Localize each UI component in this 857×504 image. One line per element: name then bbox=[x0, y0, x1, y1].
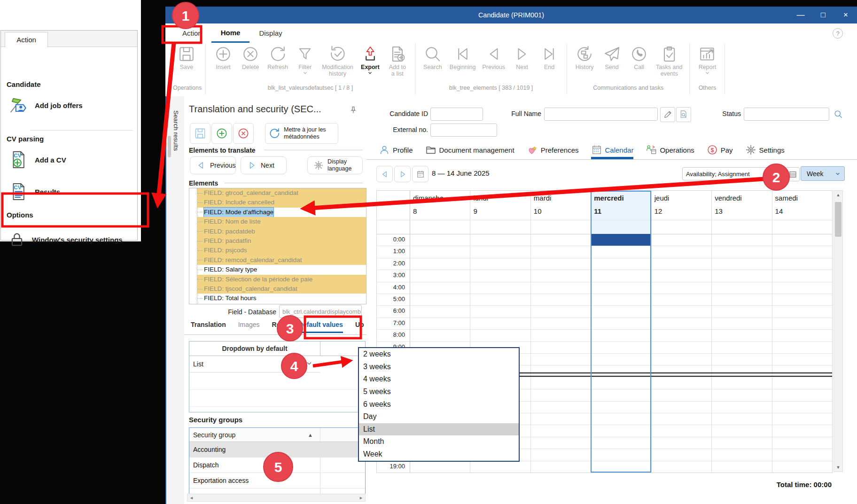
view-option[interactable]: 2 weeks bbox=[359, 348, 519, 361]
menu-item-add-job-offers[interactable]: Add job offers bbox=[8, 93, 83, 118]
ribbon-button-history[interactable]: History bbox=[571, 44, 598, 71]
availability-filter-input[interactable]: Availability; Assignment bbox=[682, 167, 771, 180]
ribbon-button-add-to[interactable]: Add to a list bbox=[384, 44, 411, 78]
maximize-button[interactable]: □ bbox=[812, 7, 834, 23]
field-database-input[interactable]: blk_ctrl.calendardisplaycomb bbox=[279, 305, 362, 318]
dropdown-default-header[interactable]: Dropdown by default bbox=[189, 341, 320, 356]
element-item[interactable]: FIELD: Mode d'affichage bbox=[197, 208, 366, 217]
day-header[interactable]: vendredi bbox=[715, 194, 742, 202]
day-date[interactable]: 14 bbox=[775, 207, 783, 215]
element-item[interactable]: FIELD: Sélection de la période de paie bbox=[197, 275, 366, 284]
calendar-previous-button[interactable] bbox=[376, 166, 393, 182]
tab-translation[interactable]: Translation bbox=[191, 321, 226, 332]
ribbon-button-export[interactable]: Export bbox=[357, 44, 384, 76]
save-record-button[interactable] bbox=[190, 123, 210, 144]
scroll-down-arrow[interactable]: ▼ bbox=[834, 463, 842, 472]
scroll-up-arrow[interactable]: ▲ bbox=[834, 191, 842, 199]
lookup-document-button[interactable] bbox=[676, 107, 691, 122]
ribbon-button-delete[interactable]: Delete bbox=[237, 44, 264, 71]
security-group-row[interactable]: Accounting bbox=[189, 442, 365, 457]
view-option[interactable]: 6 weeks bbox=[359, 398, 519, 411]
ribbon-button-next[interactable]: Next bbox=[508, 44, 536, 71]
tab-default-values[interactable]: Default values bbox=[298, 321, 343, 333]
search-results-collapsed-panel[interactable]: Search results bbox=[166, 96, 185, 504]
day-date[interactable]: 11 bbox=[594, 207, 601, 215]
view-option[interactable]: Month bbox=[359, 435, 519, 448]
tab-operations[interactable]: Operations bbox=[646, 144, 694, 159]
element-item[interactable]: FIELD: remcod_calendar_candidat bbox=[197, 256, 366, 265]
ribbon-button-save[interactable]: Save bbox=[173, 44, 200, 71]
day-header[interactable]: jeudi bbox=[654, 194, 670, 202]
ribbon-button-refresh[interactable]: Refresh bbox=[264, 44, 291, 71]
security-group-column-header[interactable]: Security group bbox=[189, 428, 365, 442]
tab-profile[interactable]: Profile bbox=[379, 144, 413, 159]
tab-up[interactable]: Up bbox=[355, 321, 364, 332]
tab-rest[interactable]: Rest bbox=[272, 321, 286, 332]
security-group-row[interactable]: Exportation access bbox=[189, 473, 365, 488]
menu-item-add-a-cv[interactable]: CV Add a CV bbox=[8, 147, 66, 172]
status-input[interactable] bbox=[744, 108, 829, 121]
previous-element-button[interactable]: Previous bbox=[190, 156, 236, 174]
element-item[interactable]: FIELD: tjscod_calendar_candidat bbox=[197, 284, 366, 294]
ribbon-button-previous[interactable]: Previous bbox=[479, 44, 508, 71]
element-item[interactable]: FIELD: Salary type bbox=[197, 265, 366, 274]
sort-ascending-icon[interactable]: ▲ bbox=[308, 432, 313, 438]
view-list-button[interactable] bbox=[786, 167, 800, 181]
day-header[interactable]: dimanche bbox=[413, 194, 444, 202]
day-header[interactable]: mercredi bbox=[594, 194, 623, 202]
external-no-input[interactable] bbox=[430, 124, 497, 137]
next-element-button[interactable]: Next bbox=[241, 156, 287, 174]
day-date[interactable]: 10 bbox=[534, 207, 542, 215]
ribbon-button-insert[interactable]: Insert bbox=[210, 44, 237, 71]
ribbon-button-report[interactable]: Report bbox=[693, 44, 721, 76]
view-option[interactable]: Day bbox=[359, 411, 519, 423]
minimize-button[interactable]: — bbox=[789, 7, 812, 23]
status-search-button[interactable] bbox=[831, 107, 845, 121]
view-selector-combo[interactable]: Week bbox=[801, 166, 845, 181]
tab-settings[interactable]: Settings bbox=[745, 144, 785, 159]
tab-document-management[interactable]: Document management bbox=[425, 144, 514, 159]
view-option[interactable]: 4 weeks bbox=[359, 373, 519, 386]
tab-calendar[interactable]: Calendar bbox=[591, 144, 634, 159]
ribbon-button-tasks-and[interactable]: Tasks and events bbox=[653, 44, 686, 78]
candidate-id-input[interactable] bbox=[430, 108, 483, 121]
day-date[interactable]: 9 bbox=[473, 207, 477, 215]
horizontal-scrollbar[interactable]: ◄ ► bbox=[187, 494, 366, 502]
element-item[interactable]: FIELD: Include cancelled bbox=[197, 198, 366, 207]
ribbon-button-end[interactable]: End bbox=[536, 44, 563, 71]
security-group-row[interactable]: Dispatch bbox=[189, 457, 365, 473]
tab-images[interactable]: Images bbox=[238, 321, 260, 332]
chevron-down-icon[interactable] bbox=[306, 360, 312, 366]
tab-preferences[interactable]: Preferences bbox=[527, 144, 579, 159]
tab-pay[interactable]: $Pay bbox=[707, 144, 733, 159]
calendar-next-button[interactable] bbox=[394, 166, 411, 182]
display-language-button[interactable]: Display language bbox=[307, 156, 363, 174]
day-date[interactable]: 13 bbox=[715, 207, 723, 215]
ribbon-button-send[interactable]: Send bbox=[598, 44, 625, 71]
scrollbar-thumb[interactable] bbox=[835, 202, 841, 237]
ribbon-button-filter[interactable]: Filter bbox=[291, 44, 319, 76]
menu-item-window-security-settings[interactable]: Window's security settings bbox=[8, 227, 123, 252]
dropdown-default-value-cell[interactable]: List bbox=[189, 356, 320, 372]
add-button[interactable] bbox=[211, 123, 232, 144]
help-icon[interactable]: ? bbox=[833, 28, 843, 39]
vertical-scrollbar[interactable]: ▲ ▼ bbox=[834, 190, 843, 472]
day-date[interactable]: 8 bbox=[413, 207, 417, 215]
element-item[interactable]: FIELD: psjcods bbox=[197, 246, 366, 255]
element-item[interactable]: FIELD: pacdatdeb bbox=[197, 227, 366, 236]
ribbon-button-beginning[interactable]: Beginning bbox=[446, 44, 479, 71]
day-header[interactable]: mardi bbox=[534, 194, 552, 202]
day-date[interactable]: 12 bbox=[654, 207, 662, 215]
element-item[interactable]: FIELD: pacdatfin bbox=[197, 236, 366, 246]
pin-icon[interactable] bbox=[349, 106, 358, 115]
day-header[interactable]: lundi bbox=[473, 194, 488, 202]
day-header[interactable]: samedi bbox=[775, 194, 798, 202]
ribbon-tab-home[interactable]: Home bbox=[211, 23, 250, 43]
full-name-input[interactable] bbox=[544, 108, 658, 121]
ribbon-button-search[interactable]: Search bbox=[419, 44, 446, 71]
window-titlebar[interactable]: Candidate (PRIM001) — □ × bbox=[165, 7, 857, 23]
view-option[interactable]: Week bbox=[359, 448, 519, 461]
ribbon-button-modification[interactable]: Modification history bbox=[319, 44, 357, 78]
menu-item-results[interactable]: CV Results bbox=[8, 179, 60, 204]
view-option[interactable]: 5 weeks bbox=[359, 386, 519, 398]
